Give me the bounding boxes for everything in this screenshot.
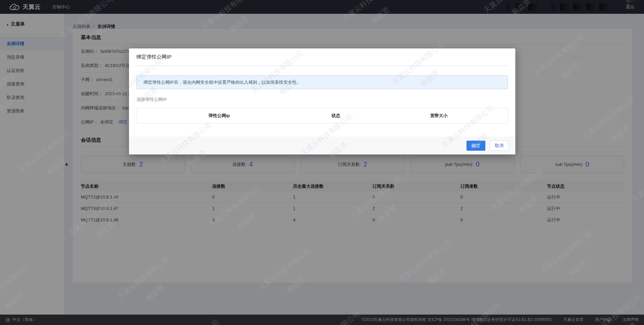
cancel-button[interactable]: 取消 [490,141,509,151]
security-alert: 绑定弹性公网IP后，请在内网安全组中设置严格的出入规则，以加强系统安全性。 [136,75,508,89]
bind-eip-modal: 绑定弹性公网IP 绑定弹性公网IP后，请在内网安全组中设置严格的出入规则，以加强… [129,48,515,154]
eip-table-header-1: 状态 [301,113,370,119]
modal-footer: 确定 取消 [129,137,515,154]
modal-title: 绑定弹性公网IP [129,48,515,66]
eip-table-header: 弹性公网ip状态宽带大小 [136,108,508,123]
confirm-button[interactable]: 确定 [466,141,485,151]
select-eip-label: 选择弹性公网IP [136,97,508,103]
modal-title-divider [135,66,509,66]
eip-table-header-2: 宽带大小 [370,113,508,119]
app-screen: 天翼云 控制中心 退出 ‹ 主菜单 实例详情消息存储认证授权连接查询轨迹查询资源… [0,0,644,325]
modal-body: 绑定弹性公网IP后，请在内网安全组中设置严格的出入规则，以加强系统安全性。 选择… [129,75,515,123]
security-alert-text: 绑定弹性公网IP后，请在内网安全组中设置严格的出入规则，以加强系统安全性。 [143,79,301,85]
eip-table-header-0: 弹性公网ip [137,113,301,119]
